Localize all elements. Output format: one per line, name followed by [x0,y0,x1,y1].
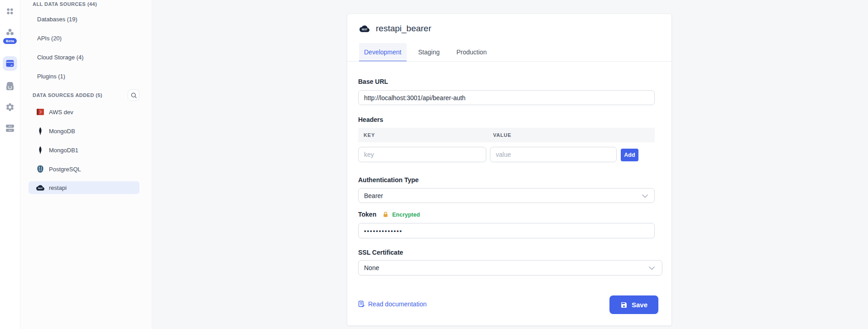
add-header-button[interactable]: Add [621,149,638,161]
svg-text:REST: REST [38,188,43,189]
sidebar-item-cloud-storage[interactable]: Cloud Storage (4) [37,53,84,62]
datasource-item-mongodb1[interactable]: MongoDB1 [29,144,139,156]
lock-icon [383,212,388,218]
sidebar-item-databases[interactable]: Databases (19) [37,15,77,24]
value-column-header: VALUE [493,132,511,138]
auth-type-label: Authentication Type [358,176,419,184]
datasource-label: AWS dev [49,109,73,116]
sidebar-item-apis[interactable]: APIs (20) [37,34,62,43]
save-button-label: Save [632,301,647,309]
auth-type-select[interactable]: Bearer [358,188,655,203]
datasource-label: restapi [49,184,67,191]
ssl-certificate-label: SSL Certificate [358,249,403,256]
datasource-label: MongoDB1 [49,147,78,154]
token-label: Token [358,211,376,218]
token-input[interactable] [358,223,655,238]
support-robot-icon[interactable] [5,82,15,91]
tab-staging[interactable]: Staging [413,43,445,62]
document-check-icon [358,300,365,308]
icon-rail: Beta [0,0,20,329]
all-data-sources-header: ALL DATA SOURCES (44) [33,1,97,7]
datasource-label: MongoDB [49,128,75,135]
save-floppy-icon [620,301,628,309]
datasource-item-postgresql[interactable]: PostgreSQL [29,163,139,175]
encrypted-badge: Encrypted [392,212,420,218]
headers-label: Headers [358,116,383,124]
search-datasources-button[interactable] [128,89,139,101]
datasource-wallet-icon [6,60,14,67]
settings-gear-icon[interactable] [5,102,15,112]
chevron-down-icon [642,192,648,199]
data-sources-added-header: DATA SOURCES ADDED (5) [33,92,102,98]
headers-table-head: KEY VALUE [358,128,655,142]
mongodb-icon [36,146,44,154]
tab-development[interactable]: Development [359,43,407,62]
apps-grid-icon[interactable] [6,8,14,15]
datasources-nav-active[interactable] [3,56,17,71]
token-label-row: Token Encrypted [358,211,420,218]
tab-production[interactable]: Production [451,43,492,62]
beta-badge: Beta [3,38,17,44]
search-icon [130,92,137,99]
datasource-label: PostgreSQL [49,166,81,173]
card-header: REST restapi_bearer [360,23,432,34]
tabs-divider [347,61,671,62]
postgresql-icon [36,165,44,173]
read-documentation-link[interactable]: Read documentation [358,300,427,308]
ssl-certificate-value: None [364,264,379,271]
rest-cloud-icon: REST [360,25,369,32]
aws-icon [36,108,44,116]
environment-tabs: Development Staging Production [359,43,499,62]
auth-type-value: Bearer [364,192,383,199]
key-column-header: KEY [364,132,375,138]
doc-link-label: Read documentation [368,300,427,308]
header-key-input[interactable] [358,147,486,162]
datasource-config-card: REST restapi_bearer Development Staging … [347,14,672,326]
data-server-icon[interactable] [5,124,15,133]
base-url-label: Base URL [358,78,388,86]
rest-cloud-icon: REST [36,184,44,192]
base-url-input[interactable] [358,90,655,105]
mongodb-icon [36,127,44,135]
datasource-item-mongodb[interactable]: MongoDB [29,125,139,137]
header-value-input[interactable] [490,147,617,162]
datasources-sidebar: ALL DATA SOURCES (44) Databases (19) API… [20,0,152,329]
ssl-certificate-select[interactable]: None [358,260,662,276]
chevron-down-icon [649,264,655,271]
save-button[interactable]: Save [609,295,658,314]
workspace-cluster-icon[interactable] [6,28,14,36]
datasource-item-restapi[interactable]: REST restapi [29,181,139,194]
sidebar-item-plugins[interactable]: Plugins (1) [37,72,65,81]
page-title: restapi_bearer [376,24,432,34]
datasource-item-aws-dev[interactable]: AWS dev [29,106,139,118]
svg-text:REST: REST [362,29,367,31]
